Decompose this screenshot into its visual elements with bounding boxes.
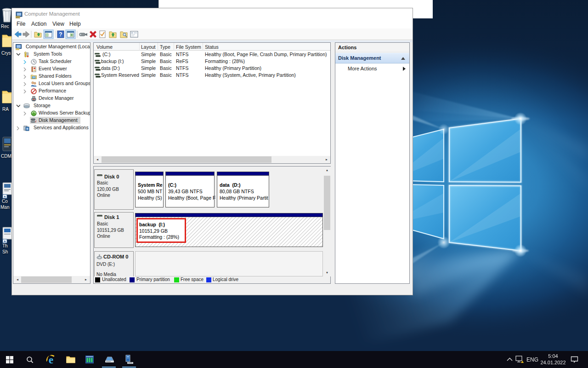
svg-text:!: !: [522, 361, 522, 363]
svg-text:22: 22: [33, 76, 35, 79]
svg-text:?: ?: [59, 31, 62, 38]
